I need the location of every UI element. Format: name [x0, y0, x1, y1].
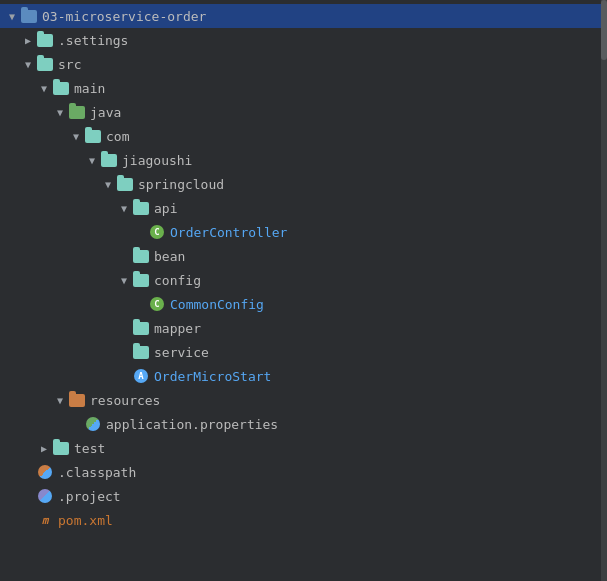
file-tree-panel: 03-microservice-order.settingssrcmainjav…: [0, 0, 607, 581]
folder-icon: [84, 128, 102, 144]
folder-icon: [52, 440, 70, 456]
folder-icon: [52, 80, 70, 96]
tree-item-test[interactable]: test: [0, 436, 607, 460]
tree-item-label: jiagoushi: [122, 153, 192, 168]
tree-arrow[interactable]: [100, 176, 116, 192]
folder-icon: [116, 176, 134, 192]
folder-icon: [36, 32, 54, 48]
tree-item-label: application.properties: [106, 417, 278, 432]
folder-icon: [36, 56, 54, 72]
tree-item-OrderMicroStart[interactable]: AOrderMicroStart: [0, 364, 607, 388]
resources-folder-icon: [68, 392, 86, 408]
tree-arrow[interactable]: [116, 272, 132, 288]
tree-arrow[interactable]: [36, 440, 52, 456]
tree-item-classpath[interactable]: .classpath: [0, 460, 607, 484]
folder-icon: [132, 344, 150, 360]
tree-item-project[interactable]: .project: [0, 484, 607, 508]
tree-item-label: service: [154, 345, 209, 360]
tree-arrow[interactable]: [84, 152, 100, 168]
tree-item-label: config: [154, 273, 201, 288]
tree-item-application.properties[interactable]: application.properties: [0, 412, 607, 436]
tree-arrow[interactable]: [116, 200, 132, 216]
tree-arrow[interactable]: [52, 104, 68, 120]
classpath-icon: [36, 464, 54, 480]
tree-item-label: src: [58, 57, 81, 72]
tree-arrow[interactable]: [36, 80, 52, 96]
tree-item-label: .project: [58, 489, 121, 504]
module-folder-icon: [20, 8, 38, 24]
tree-item-label: api: [154, 201, 177, 216]
tree-arrow[interactable]: [4, 8, 20, 24]
tree-item-label: test: [74, 441, 105, 456]
tree-item-label: bean: [154, 249, 185, 264]
folder-icon: [132, 320, 150, 336]
tree-item-bean[interactable]: bean: [0, 244, 607, 268]
tree-item-CommonConfig[interactable]: CCommonConfig: [0, 292, 607, 316]
scrollbar[interactable]: [601, 0, 607, 581]
folder-icon: [132, 272, 150, 288]
folder-icon: [132, 200, 150, 216]
tree-item-label: .classpath: [58, 465, 136, 480]
scrollbar-thumb[interactable]: [601, 0, 607, 60]
tree-item-label: resources: [90, 393, 160, 408]
tree-item-label: springcloud: [138, 177, 224, 192]
source-folder-icon: [68, 104, 86, 120]
tree-item-label: OrderController: [170, 225, 287, 240]
tree-item-service[interactable]: service: [0, 340, 607, 364]
tree-item-main[interactable]: main: [0, 76, 607, 100]
tree-item-label: pom.xml: [58, 513, 113, 528]
tree-item-OrderController[interactable]: COrderController: [0, 220, 607, 244]
tree-item-src[interactable]: src: [0, 52, 607, 76]
tree-item-springcloud[interactable]: springcloud: [0, 172, 607, 196]
tree-item-label: com: [106, 129, 129, 144]
tree-item-resources[interactable]: resources: [0, 388, 607, 412]
tree-item-label: main: [74, 81, 105, 96]
tree-arrow[interactable]: [68, 128, 84, 144]
folder-icon: [132, 248, 150, 264]
tree-arrow[interactable]: [20, 32, 36, 48]
tree-arrow[interactable]: [52, 392, 68, 408]
spring-class-icon: C: [148, 224, 166, 240]
tree-item-config[interactable]: config: [0, 268, 607, 292]
project-icon: [36, 488, 54, 504]
folder-icon: [100, 152, 118, 168]
tree-container: 03-microservice-order.settingssrcmainjav…: [0, 0, 607, 536]
tree-arrow[interactable]: [20, 56, 36, 72]
tree-item-label: .settings: [58, 33, 128, 48]
tree-item-java[interactable]: java: [0, 100, 607, 124]
spring-config-icon: C: [148, 296, 166, 312]
tree-item-settings[interactable]: .settings: [0, 28, 607, 52]
tree-item-pom.xml[interactable]: mpom.xml: [0, 508, 607, 532]
tree-item-root[interactable]: 03-microservice-order: [0, 4, 607, 28]
tree-item-label: CommonConfig: [170, 297, 264, 312]
pom-icon: m: [36, 512, 54, 528]
app-class-icon: A: [132, 368, 150, 384]
tree-item-api[interactable]: api: [0, 196, 607, 220]
tree-item-label: mapper: [154, 321, 201, 336]
tree-item-com[interactable]: com: [0, 124, 607, 148]
tree-item-mapper[interactable]: mapper: [0, 316, 607, 340]
properties-icon: [84, 416, 102, 432]
tree-item-label: 03-microservice-order: [42, 9, 206, 24]
tree-item-jiagoushi[interactable]: jiagoushi: [0, 148, 607, 172]
tree-item-label: java: [90, 105, 121, 120]
tree-item-label: OrderMicroStart: [154, 369, 271, 384]
